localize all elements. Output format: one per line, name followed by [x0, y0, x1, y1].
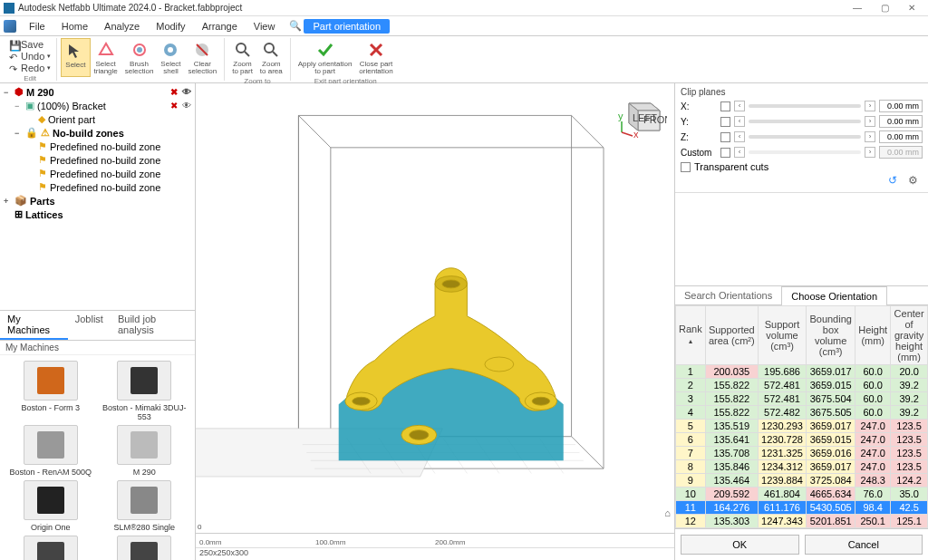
right-panel: Clip planes X:‹›0.00 mmY:‹›0.00 mmZ:‹›0.…	[674, 83, 928, 560]
ribbon-select-shell[interactable]: Select shell	[157, 38, 184, 77]
chevron-left-icon[interactable]: ‹	[734, 131, 745, 142]
visibility-icon[interactable]: 👁	[182, 101, 191, 111]
cancel-button[interactable]: Cancel	[805, 535, 923, 555]
orient-row[interactable]: 1200.035195.6863659.01760.020.0	[676, 365, 928, 379]
tree-machine[interactable]: −⬢M 290 ✖👁	[2, 85, 193, 99]
machine-item[interactable]: Origin One	[5, 480, 96, 532]
tree-lattices[interactable]: ⊞Lattices	[2, 208, 193, 221]
chevron-left-icon[interactable]: ‹	[734, 147, 745, 158]
reset-icon[interactable]: ↺	[888, 174, 903, 188]
tree-nobuild-header[interactable]: −🔒⚠No-build zones	[2, 126, 193, 140]
menu-view[interactable]: View	[246, 19, 283, 34]
clip-axis-checkbox[interactable]	[720, 101, 730, 111]
view-cube[interactable]: LEFT FRONT y x	[616, 89, 667, 140]
tab-choose-orientation[interactable]: Choose Orientation	[781, 286, 887, 305]
orient-col-header[interactable]: Center of gravity height (mm)	[891, 305, 928, 364]
settings-icon[interactable]: ⚙	[908, 174, 923, 188]
context-tab-part-orientation[interactable]: Part orientation	[304, 19, 390, 34]
orient-row[interactable]: 3155.822572.4813675.50460.039.2	[676, 392, 928, 406]
svg-point-28	[353, 397, 370, 405]
tree-orient-part[interactable]: ◆Orient part	[2, 112, 193, 126]
chevron-left-icon[interactable]: ‹	[734, 101, 745, 111]
ribbon-brush-selection[interactable]: Brush selection	[121, 38, 158, 77]
machine-item[interactable]: Boston - RenAM 500Q	[5, 425, 96, 477]
menu-file[interactable]: File	[22, 19, 53, 34]
machine-item[interactable]: UK - MJF 580	[100, 536, 190, 560]
ribbon-select-triangle[interactable]: Select triangle	[91, 38, 121, 77]
clip-axis-checkbox[interactable]	[720, 132, 730, 142]
orient-row[interactable]: 12135.3031247.3435201.851250.1125.1	[676, 515, 928, 528]
clip-value-input[interactable]: 0.00 mm	[879, 115, 923, 128]
orient-row[interactable]: 8135.8461234.3123659.017247.0123.5	[676, 460, 928, 474]
tab-search-orientations[interactable]: Search Orientations	[675, 286, 781, 304]
tree-nobuild-item[interactable]: ⚑Predefined no-build zone	[2, 180, 193, 194]
minimize-button[interactable]: —	[845, 1, 870, 15]
clip-slider[interactable]	[749, 120, 861, 123]
clip-custom-checkbox[interactable]	[720, 148, 730, 158]
maximize-button[interactable]: ▢	[872, 1, 897, 15]
machine-item[interactable]: Toronto - MJF 580	[5, 536, 96, 560]
orient-col-header[interactable]: Height (mm)	[856, 305, 891, 364]
chevron-right-icon[interactable]: ›	[865, 116, 875, 127]
ok-button[interactable]: OK	[681, 535, 799, 555]
orient-row[interactable]: 5135.5191230.2933659.017247.0123.5	[676, 420, 928, 433]
delete-icon[interactable]: ✖	[170, 101, 178, 111]
ribbon-zoom-to-area[interactable]: Zoom to area	[256, 38, 286, 77]
tab-build-job-analysis[interactable]: Build job analysis	[111, 311, 195, 340]
tree-part[interactable]: −▣(100%) Bracket ✖👁	[2, 99, 193, 112]
orient-row[interactable]: 6135.6411230.7283659.015247.0123.5	[676, 433, 928, 447]
clip-value-input[interactable]: 0.00 mm	[879, 100, 923, 112]
machine-item[interactable]: Boston - Mimaki 3DUJ-553	[100, 361, 190, 421]
machine-item[interactable]: Boston - Form 3	[5, 361, 96, 421]
chevron-right-icon[interactable]: ›	[865, 131, 875, 142]
orient-row[interactable]: 10209.592461.8044665.63476.035.0	[676, 488, 928, 501]
redo-button[interactable]: ↷Redo▾	[9, 63, 51, 73]
orient-col-header[interactable]: Rank ▴	[676, 305, 706, 364]
transparent-cuts-checkbox[interactable]	[681, 162, 691, 172]
viewport[interactable]: LEFT FRONT y x ⌂ 0 0.0mm 100.0mm 200.0mm…	[196, 83, 674, 560]
ribbon-close-part-orientation[interactable]: Close part orientation	[355, 38, 396, 77]
clip-slider[interactable]	[749, 104, 861, 108]
transparent-cuts-label: Transparent cuts	[694, 161, 768, 172]
menu-home[interactable]: Home	[54, 19, 95, 34]
visibility-icon[interactable]: 👁	[182, 87, 191, 97]
tab-my-machines[interactable]: My Machines	[0, 311, 68, 340]
tree-nobuild-item[interactable]: ⚑Predefined no-build zone	[2, 153, 193, 167]
ribbon-clear-selection[interactable]: Clear selection	[185, 38, 221, 77]
clip-axis-checkbox[interactable]	[720, 117, 730, 127]
clip-value-input[interactable]: 0.00 mm	[879, 130, 923, 143]
orient-col-header[interactable]: Bounding box volume (cm³)	[807, 305, 856, 364]
clip-slider[interactable]	[749, 135, 861, 139]
menu-arrange[interactable]: Arrange	[195, 19, 245, 34]
orient-col-header[interactable]: Support volume (cm³)	[758, 305, 806, 364]
close-button[interactable]: ✕	[899, 1, 924, 15]
orient-col-header[interactable]: Supported area (cm²)	[705, 305, 758, 364]
orient-row[interactable]: 11164.276611.1765430.50598.442.5	[676, 501, 928, 515]
machine-item[interactable]: SLM®280 Single	[100, 480, 190, 532]
save-button[interactable]: 💾Save	[9, 39, 51, 50]
orient-row[interactable]: 4155.822572.4823675.50560.039.2	[676, 406, 928, 420]
undo-button[interactable]: ↶Undo▾	[9, 51, 51, 62]
ribbon-apply-orientation-to-part[interactable]: Apply orientation to part	[295, 38, 356, 77]
delete-icon[interactable]: ✖	[170, 87, 178, 97]
tree-parts[interactable]: +📦Parts	[2, 194, 193, 208]
ribbon-select[interactable]: Select	[61, 38, 90, 77]
machine-item[interactable]: M 290	[100, 425, 190, 477]
tab-joblist[interactable]: Joblist	[68, 311, 111, 340]
svg-line-10	[273, 52, 277, 56]
tree-nobuild-item[interactable]: ⚑Predefined no-build zone	[2, 167, 193, 180]
chevron-right-icon[interactable]: ›	[865, 147, 875, 158]
menu-search-icon[interactable]: 🔍	[289, 20, 302, 33]
orient-row[interactable]: 7135.7081231.3253659.016247.0123.5	[676, 447, 928, 460]
tree-nobuild-item[interactable]: ⚑Predefined no-build zone	[2, 140, 193, 153]
chevron-left-icon[interactable]: ‹	[734, 116, 745, 127]
ribbon-zoom-to-part[interactable]: Zoom to part	[228, 38, 256, 77]
machine-label: SLM®280 Single	[113, 523, 175, 532]
menu-modify[interactable]: Modify	[149, 19, 192, 34]
orient-row[interactable]: 9135.4641239.8843725.084248.3124.2	[676, 474, 928, 488]
orientation-table[interactable]: Rank ▴Supported area (cm²)Support volume…	[675, 305, 928, 528]
orient-row[interactable]: 2155.822572.4813659.01560.039.2	[676, 379, 928, 392]
menu-analyze[interactable]: Analyze	[97, 19, 147, 34]
chevron-right-icon[interactable]: ›	[865, 101, 875, 111]
view-home-icon[interactable]: ⌂	[664, 507, 671, 518]
